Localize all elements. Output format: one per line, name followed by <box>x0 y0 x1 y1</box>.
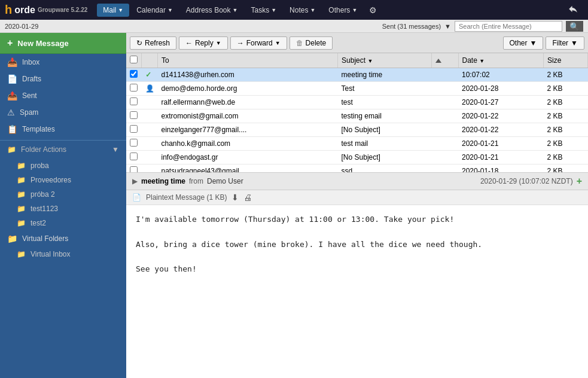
sidebar-item-virtual-folders[interactable]: 📁 Virtual Folders <box>0 230 126 247</box>
new-message-button[interactable]: + New Message <box>0 33 126 54</box>
row-checkbox-cell[interactable] <box>126 82 142 96</box>
row-checkbox-cell[interactable] <box>126 164 142 173</box>
nav-others-label: Others <box>328 6 350 14</box>
row-extra <box>431 68 458 82</box>
signout-button[interactable] <box>563 1 583 19</box>
check-all-checkbox[interactable] <box>130 56 138 63</box>
add-contact-button[interactable]: + <box>577 176 582 187</box>
row-checkbox[interactable] <box>130 97 138 105</box>
nav-tasks-label: Tasks <box>251 6 269 14</box>
row-size: 2 KB <box>544 164 588 173</box>
plus-icon: + <box>7 38 13 48</box>
row-checkbox-cell[interactable] <box>126 109 142 123</box>
email-row[interactable]: einzelganger777@gmail.... [No Subject] 2… <box>126 123 588 137</box>
row-checkbox[interactable] <box>130 111 138 119</box>
date-header[interactable]: Date ▼ <box>458 53 544 68</box>
sidebar-item-virtual-inbox[interactable]: 📁 Virtual Inbox <box>0 247 126 261</box>
sidebar-item-templates[interactable]: 📋 Templates <box>0 121 126 138</box>
templates-icon: 📋 <box>7 124 17 134</box>
spam-label: Spam <box>20 108 38 117</box>
folder-actions-header[interactable]: 📁 Folder Actions ▼ <box>0 140 126 158</box>
nav-others[interactable]: Others ▼ <box>322 4 363 17</box>
sidebar-item-sent[interactable]: 📤 Sent <box>0 87 126 104</box>
flag-cell <box>142 164 158 173</box>
nav-calendar[interactable]: Calendar ▼ <box>130 4 179 17</box>
row-checkbox[interactable] <box>130 84 138 92</box>
email-row[interactable]: extromonist@gmail.com testing email 2020… <box>126 109 588 123</box>
proba-label: proba <box>31 161 49 170</box>
check-all-header[interactable] <box>126 53 142 68</box>
main-area: + New Message 📥 Inbox 📄 Drafts 📤 Sent ⚠ … <box>0 33 588 378</box>
sidebar-item-test2[interactable]: 📁 test2 <box>0 216 126 230</box>
nav-addressbook[interactable]: Address Book ▼ <box>180 4 244 17</box>
email-row[interactable]: natsudragneel43@gmail... ssd 2020-01-18 … <box>126 164 588 173</box>
reply-arrow: ▼ <box>216 40 221 46</box>
delete-label: Delete <box>306 39 327 47</box>
groupware-version: Groupware 5.2.22 <box>38 7 87 13</box>
row-checkbox[interactable] <box>130 139 138 147</box>
size-header[interactable]: Size <box>544 53 588 68</box>
row-checkbox[interactable] <box>130 125 138 133</box>
subject-header[interactable]: Subject ▼ <box>338 53 432 68</box>
nav-notes[interactable]: Notes ▼ <box>284 4 321 17</box>
print-icon[interactable]: 🖨 <box>243 193 252 202</box>
search-input[interactable] <box>455 21 562 32</box>
nav-tasks[interactable]: Tasks ▼ <box>245 4 282 17</box>
new-message-label: New Message <box>17 39 68 48</box>
email-row[interactable]: 👤 demo@demo.horde.org Test 2020-01-28 2 … <box>126 82 588 96</box>
row-checkbox-cell[interactable] <box>126 137 142 151</box>
nav-mail-label: Mail <box>103 6 116 14</box>
row-subject: Test <box>338 82 432 96</box>
nav-mail-arrow: ▼ <box>118 7 123 13</box>
row-checkbox-cell[interactable] <box>126 151 142 164</box>
row-extra <box>431 96 458 109</box>
delete-button[interactable]: 🗑 Delete <box>290 36 333 50</box>
email-row[interactable]: ralf.ellermann@web.de test 2020-01-27 2 … <box>126 96 588 109</box>
virtual-folders-icon: 📁 <box>7 234 17 243</box>
other-button[interactable]: Other ▼ <box>503 36 544 50</box>
folder-icon-virtual-inbox: 📁 <box>17 250 26 258</box>
row-checkbox-cell[interactable] <box>126 123 142 137</box>
row-size: 2 KB <box>544 96 588 109</box>
sidebar-item-test1123[interactable]: 📁 test1123 <box>0 202 126 216</box>
sidebar-item-inbox[interactable]: 📥 Inbox <box>0 54 126 71</box>
row-checkbox-cell[interactable] <box>126 68 142 82</box>
settings-button[interactable]: ⚙ <box>364 3 382 17</box>
sidebar-item-proba[interactable]: 📁 proba <box>0 158 126 173</box>
forward-button[interactable]: → Forward ▼ <box>230 36 287 50</box>
email-row[interactable]: info@endogast.gr [No Subject] 2020-01-21… <box>126 151 588 164</box>
row-checkbox[interactable] <box>130 166 138 173</box>
preview-timestamp: 2020-01-29 (10:07:02 NZDT) <box>480 177 573 185</box>
to-header[interactable]: To <box>158 53 338 68</box>
row-checkbox-cell[interactable] <box>126 96 142 109</box>
email-list: To Subject ▼ Date ▼ Size ✓ d1411438@urhe… <box>126 53 588 173</box>
row-subject: [No Subject] <box>338 123 432 137</box>
row-checkbox[interactable] <box>130 153 138 160</box>
sidebar-item-proveedores[interactable]: 📁 Proveedores <box>0 173 126 187</box>
folder-actions-arrow: ▼ <box>112 145 119 154</box>
email-table-header: To Subject ▼ Date ▼ Size <box>126 53 588 68</box>
expand-icon[interactable]: ▶ <box>132 177 138 185</box>
row-date: 2020-01-22 <box>458 123 544 137</box>
refresh-button[interactable]: ↻ Refresh <box>130 36 176 50</box>
filter-button[interactable]: Filter ▼ <box>546 36 584 50</box>
sidebar-item-spam[interactable]: ⚠ Spam <box>0 104 126 121</box>
folder-dropdown-icon[interactable]: ▼ <box>444 23 451 30</box>
folder-icon-test2: 📁 <box>17 219 26 227</box>
sidebar-item-drafts[interactable]: 📄 Drafts <box>0 71 126 87</box>
email-row[interactable]: ✓ d1411438@urhen.com meeting time 10:07:… <box>126 68 588 82</box>
row-extra <box>431 82 458 96</box>
nav-mail[interactable]: Mail ▼ <box>97 4 129 17</box>
other-label: Other <box>510 39 528 47</box>
download-icon[interactable]: ⬇ <box>231 193 239 202</box>
reply-icon: ← <box>185 39 193 47</box>
row-to: einzelganger777@gmail.... <box>158 123 338 137</box>
reply-button[interactable]: ← Reply ▼ <box>179 36 228 50</box>
header-row: To Subject ▼ Date ▼ Size <box>126 53 588 68</box>
preview-subject: meeting time <box>141 177 185 185</box>
row-subject: meeting time <box>338 68 432 82</box>
sidebar-item-proba2[interactable]: 📁 próba 2 <box>0 187 126 202</box>
row-checkbox[interactable] <box>130 70 138 78</box>
email-row[interactable]: chanho.k@gmail.com test mail 2020-01-21 … <box>126 137 588 151</box>
search-button[interactable]: 🔍 <box>566 21 583 32</box>
